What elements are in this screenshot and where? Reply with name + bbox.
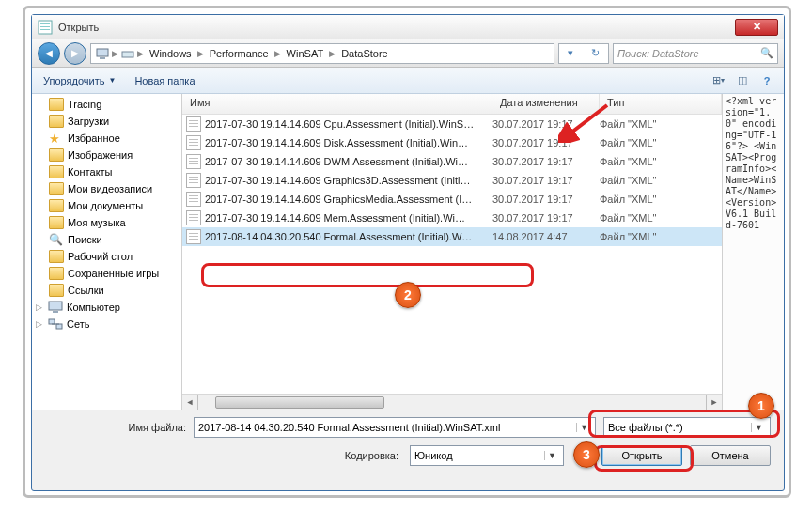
drive-icon [120,46,135,61]
svg-rect-1 [40,23,50,24]
breadcrumb-seg[interactable]: DataStore [337,48,392,59]
chevron-down-icon[interactable]: ▼ [576,423,591,432]
search-input[interactable]: Поиск: DataStore 🔍 [613,43,778,64]
breadcrumb-seg[interactable]: Windows [146,48,195,59]
folder-tree[interactable]: TracingЗагрузки★ИзбранноеИзображенияКонт… [32,94,182,410]
nav-back-button[interactable]: ◄ [38,42,60,65]
tree-item[interactable]: ▷Сеть [32,316,181,333]
app-icon [38,20,53,35]
svg-rect-8 [53,311,58,313]
tree-item[interactable]: Ссылки [32,282,181,299]
cancel-button[interactable]: Отмена [690,445,771,466]
file-row[interactable]: 2017-07-30 19.14.14.609 Mem.Assessment (… [182,209,722,227]
video-icon [49,182,64,195]
network-icon [48,317,63,331]
toolbar: Упорядочить▼ Новая папка ⊞ ▾ ◫ ? [32,68,784,94]
file-icon [186,173,201,188]
svg-rect-9 [49,319,55,324]
tree-item[interactable]: ▷Компьютер [32,299,181,316]
window-title: Открыть [58,22,735,33]
doc-icon [49,199,64,212]
tree-item[interactable]: ★Избранное [32,130,181,147]
file-row[interactable]: 2017-07-30 19.14.14.609 Disk.Assessment … [182,133,722,152]
breadcrumb[interactable]: ▶ ▶ Windows▶ Performance▶ WinSAT▶ DataSt… [90,43,554,64]
preview-pane: <?xml version="1.0" encoding="UTF-16"?> … [722,94,784,410]
organize-button[interactable]: Упорядочить▼ [39,73,119,88]
image-icon [49,148,64,162]
filename-label: Имя файла: [45,422,186,433]
tree-item[interactable]: 🔍Поиски [32,231,181,248]
tree-item[interactable]: Мои видеозаписи [32,180,181,197]
encoding-select[interactable]: Юникод▼ [410,445,564,466]
view-mode-button[interactable]: ⊞ ▾ [709,72,727,89]
music-icon [49,216,64,229]
navbar: ◄ ► ▶ ▶ Windows▶ Performance▶ WinSAT▶ Da… [32,39,784,68]
svg-rect-4 [97,49,108,56]
help-button[interactable]: ? [757,72,776,89]
file-row[interactable]: 2017-07-30 19.14.14.609 Graphics3D.Asses… [182,171,722,190]
svg-rect-6 [122,52,133,57]
svg-rect-10 [56,324,62,329]
tree-item[interactable]: Мои документы [32,197,181,214]
tree-item[interactable]: Сохраненные игры [32,265,181,282]
horizontal-scrollbar[interactable]: ◄► [182,394,722,410]
open-button[interactable]: Открыть [601,445,682,466]
file-icon [186,135,201,150]
file-type-filter[interactable]: Все файлы (*.*)▼ [603,417,771,438]
titlebar: Открыть ✕ [32,15,784,39]
nav-forward-button[interactable]: ► [64,42,86,65]
tree-item[interactable]: Рабочий стол [32,248,181,265]
file-row[interactable]: 2017-07-30 19.14.14.609 Cpu.Assessment (… [182,115,722,133]
file-icon [186,210,201,225]
encoding-label: Кодировка: [345,450,398,461]
file-icon [186,116,201,132]
svg-rect-3 [40,29,50,30]
star-icon: ★ [49,132,64,145]
chevron-down-icon[interactable]: ▼ [544,451,559,460]
games-icon [49,267,64,280]
file-row[interactable]: 2017-07-30 19.14.14.609 DWM.Assessment (… [182,152,722,171]
column-date[interactable]: Дата изменения [492,94,600,114]
filename-input[interactable]: 2017-08-14 04.30.20.540 Formal.Assessmen… [194,417,596,438]
tree-item[interactable]: Tracing [32,96,181,113]
folder-icon [49,115,64,128]
close-button[interactable]: ✕ [735,19,778,36]
file-icon [186,229,201,244]
computer-icon [48,301,63,314]
breadcrumb-seg[interactable]: WinSAT [283,48,328,59]
file-icon [186,154,201,169]
svg-rect-7 [49,302,62,310]
bottom-panel: Имя файла: 2017-08-14 04.30.20.540 Forma… [32,410,784,481]
tree-item[interactable]: Контакты [32,163,181,180]
desktop-icon [49,250,64,263]
svg-rect-5 [100,57,105,59]
search-icon: 🔍 [49,233,64,246]
breadcrumb-seg[interactable]: Performance [206,48,273,59]
column-name[interactable]: Имя [182,94,492,114]
contact-icon [49,165,64,178]
folder-icon [49,98,64,111]
search-icon: 🔍 [760,47,773,59]
tree-item[interactable]: Изображения [32,147,181,163]
open-file-dialog: Открыть ✕ ◄ ► ▶ ▶ Windows▶ Performance▶ … [31,14,785,491]
preview-pane-button[interactable]: ◫ [733,72,752,89]
tree-item[interactable]: Загрузки [32,113,181,130]
svg-rect-2 [40,26,50,27]
computer-icon [95,46,110,61]
chevron-down-icon[interactable]: ▼ [751,423,766,432]
file-icon [186,192,201,207]
file-row[interactable]: 2017-07-30 19.14.14.609 GraphicsMedia.As… [182,190,722,209]
file-list: Имя Дата изменения Тип 2017-07-30 19.14.… [182,94,722,410]
column-type[interactable]: Тип [600,94,722,114]
link-icon [49,284,64,297]
tree-item[interactable]: Моя музыка [32,214,181,231]
new-folder-button[interactable]: Новая папка [131,73,198,88]
file-row[interactable]: 2017-08-14 04.30.20.540 Formal.Assessmen… [182,227,722,246]
refresh-button[interactable]: ▾↻ [558,43,609,64]
